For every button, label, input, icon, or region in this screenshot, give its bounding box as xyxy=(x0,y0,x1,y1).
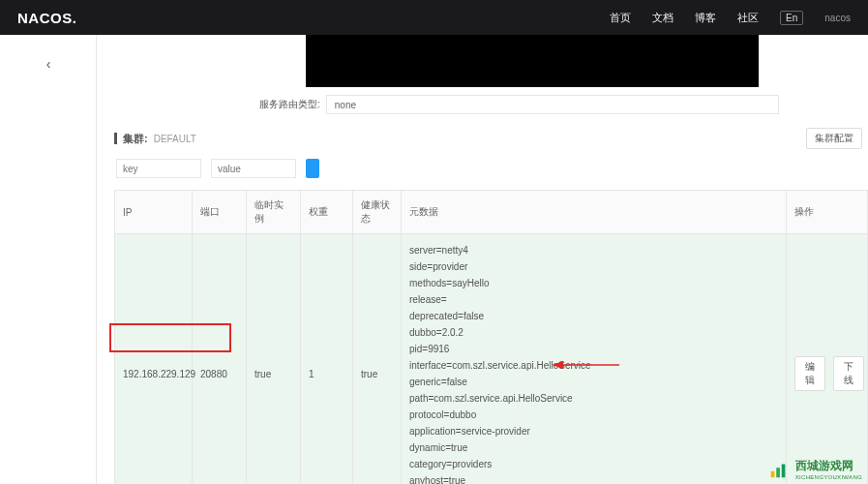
watermark-logo-icon xyxy=(768,459,790,480)
table-row: 192.168.229.129 20880 true 1 true server… xyxy=(115,234,868,485)
logo-dot-icon: . xyxy=(73,10,77,26)
logo: NACOS. xyxy=(17,10,76,26)
routing-row: 服务路由类型: none xyxy=(259,95,868,114)
metadata-line: generic=false xyxy=(409,374,778,390)
cell-healthy: true xyxy=(353,234,402,485)
top-nav-links: 首页 文档 博客 社区 En nacos xyxy=(610,11,851,25)
metadata-line: dynamic=true xyxy=(409,439,778,456)
cluster-header: 集群: DEFAULT 集群配置 xyxy=(114,128,868,149)
cell-ip: 192.168.229.129 xyxy=(115,234,193,485)
th-ephemeral: 临时实例 xyxy=(247,191,301,234)
nav-home[interactable]: 首页 xyxy=(610,11,631,25)
back-button[interactable]: ‹ xyxy=(37,52,60,76)
metadata-line: interface=com.szl.service.api.HelloServi… xyxy=(409,357,778,374)
metadata-line: protocol=dubbo xyxy=(409,407,778,423)
th-metadata: 元数据 xyxy=(402,191,787,234)
logo-text-right: S xyxy=(62,10,73,26)
nav-blog[interactable]: 博客 xyxy=(695,11,716,25)
cluster-label: 集群: xyxy=(123,132,148,146)
cluster-config-button[interactable]: 集群配置 xyxy=(806,128,862,149)
metadata-line: application=service-provider xyxy=(409,423,778,439)
watermark: 西城游戏网 XICHENGYOUXIWANG xyxy=(768,458,862,480)
cell-ops: 编辑 下线 xyxy=(787,234,868,485)
metadata-line: category=providers xyxy=(409,456,778,472)
metadata-line: release= xyxy=(409,291,778,308)
nav-docs[interactable]: 文档 xyxy=(652,11,673,25)
th-ops: 操作 xyxy=(787,191,868,234)
top-navbar: NACOS. 首页 文档 博客 社区 En nacos xyxy=(0,0,868,35)
th-weight: 权重 xyxy=(301,191,353,234)
filter-key-input[interactable] xyxy=(116,159,201,178)
watermark-subtext: XICHENGYOUXIWANG xyxy=(795,474,862,480)
table-header-row: IP 端口 临时实例 权重 健康状态 元数据 操作 xyxy=(115,191,868,234)
offline-button[interactable]: 下线 xyxy=(833,356,864,391)
routing-value-field[interactable]: none xyxy=(326,95,779,114)
filter-search-button[interactable] xyxy=(306,159,319,178)
metadata-line: anyhost=true xyxy=(409,472,778,484)
cell-port: 20880 xyxy=(193,234,247,485)
main-content: 服务路由类型: none 集群: DEFAULT 集群配置 xyxy=(97,35,868,484)
nav-community[interactable]: 社区 xyxy=(737,11,759,25)
filter-value-input[interactable] xyxy=(211,159,296,178)
section-bar-icon xyxy=(114,133,117,144)
metadata-line: server=netty4 xyxy=(409,242,778,258)
cell-metadata: server=netty4side=providermethods=sayHel… xyxy=(402,234,787,485)
routing-value-text: none xyxy=(335,100,356,110)
metadata-line: path=com.szl.service.api.HelloService xyxy=(409,390,778,407)
lang-toggle[interactable]: En xyxy=(780,11,803,25)
th-ip: IP xyxy=(115,191,193,234)
instances-table: IP 端口 临时实例 权重 健康状态 元数据 操作 192.168.229.12… xyxy=(114,190,868,484)
logo-text-left: NAC xyxy=(17,10,50,26)
sidebar: ‹ xyxy=(0,35,97,484)
metadata-line: dubbo=2.0.2 xyxy=(409,324,778,341)
metadata-line: methods=sayHello xyxy=(409,275,778,291)
filter-row xyxy=(116,159,868,178)
watermark-text: 西城游戏网 xyxy=(795,458,862,474)
code-preview-box xyxy=(306,35,759,87)
svg-rect-4 xyxy=(782,464,786,477)
cell-weight: 1 xyxy=(301,234,353,485)
logo-o-icon: O xyxy=(50,10,62,26)
chevron-left-icon: ‹ xyxy=(46,56,51,72)
svg-rect-2 xyxy=(771,470,775,476)
namespace-label: nacos xyxy=(824,13,851,23)
metadata-line: deprecated=false xyxy=(409,308,778,324)
cluster-name: DEFAULT xyxy=(154,134,196,144)
routing-label: 服务路由类型: xyxy=(259,98,320,111)
th-port: 端口 xyxy=(193,191,247,234)
svg-rect-3 xyxy=(776,468,780,477)
metadata-line: side=provider xyxy=(409,258,778,275)
metadata-line: pid=9916 xyxy=(409,341,778,357)
th-healthy: 健康状态 xyxy=(353,191,402,234)
edit-button[interactable]: 编辑 xyxy=(794,356,825,391)
cell-ephemeral: true xyxy=(247,234,301,485)
